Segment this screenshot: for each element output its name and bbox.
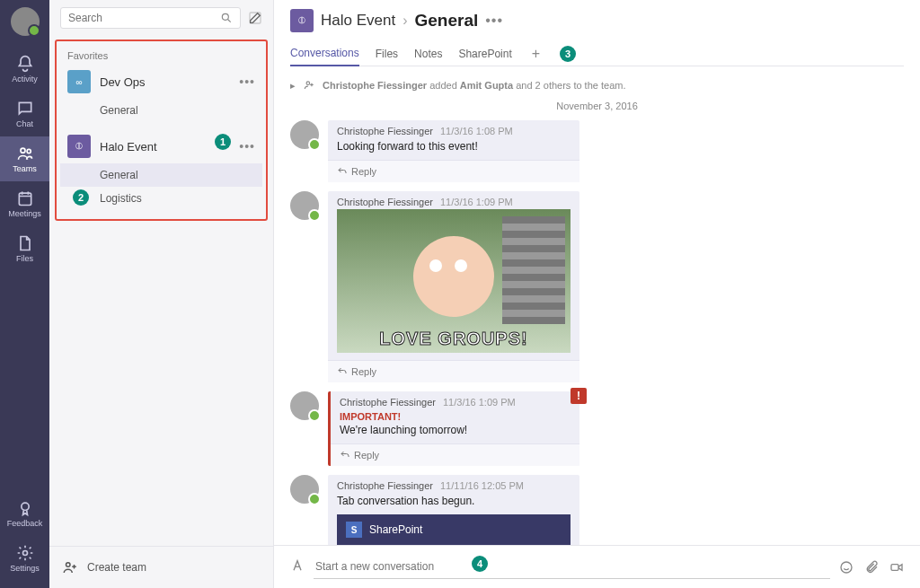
rail-files[interactable]: Files [0,226,49,271]
sharepoint-card[interactable]: S SharePoint [337,514,571,545]
message-feed[interactable]: ▸ Christophe Fiessinger added Amit Gupta… [274,66,920,545]
important-flag-icon: ! [571,388,587,404]
sys-actor: Christophe Fiessinger [323,80,427,91]
tab-files[interactable]: Files [376,42,398,66]
expand-icon[interactable]: ▸ [290,80,296,92]
team-tile-icon: ⦷ [290,9,314,32]
search-input[interactable] [68,12,220,24]
add-tab-icon[interactable]: + [528,46,544,62]
system-message: ▸ Christophe Fiessinger added Amit Gupta… [290,75,904,95]
message: Christophe Fiessinger11/3/16 1:08 PM Loo… [290,120,904,182]
tab-sharepoint[interactable]: SharePoint [458,42,511,66]
message-avatar[interactable] [290,120,319,149]
message-bubble: ! Christophe Fiessinger11/3/16 1:09 PM I… [328,391,579,466]
message-author: Christophe Fiessinger [337,480,433,491]
rail-feedback-label: Feedback [7,519,43,528]
reply-icon [340,450,350,461]
annotation-1: 1 [215,134,231,150]
message-bubble: Christophe Fiessinger11/3/16 1:09 PM LOV… [328,191,579,382]
breadcrumb-channel: General [415,11,479,31]
svg-rect-2 [19,193,31,205]
create-team-button[interactable]: Create team [49,546,273,588]
rail-feedback[interactable]: Feedback [0,491,49,536]
team-halo-event[interactable]: ⦷ Halo Event 1 ••• [60,129,262,163]
message-important: ! Christophe Fiessinger11/3/16 1:09 PM I… [290,391,904,466]
channel-more-icon[interactable]: ••• [485,13,503,29]
reply-icon [337,166,348,177]
svg-point-9 [841,562,852,573]
reply-button[interactable]: Reply [331,443,579,466]
create-team-label: Create team [87,561,146,574]
meet-now-icon[interactable] [889,560,904,575]
svg-point-4 [22,551,27,556]
favorites-label: Favorites [60,47,262,65]
channel-tabs: Conversations Files Notes SharePoint + 3 [290,41,904,66]
composer-input[interactable] [314,555,830,579]
message-avatar[interactable] [290,475,319,504]
message-author: Christophe Fiessinger [337,126,433,136]
svg-rect-10 [891,564,898,570]
rail-chat[interactable]: Chat [0,92,49,136]
breadcrumb: ⦷ Halo Event › General ••• [290,9,904,32]
rail-chat-label: Chat [16,119,33,128]
sys-target: Amit Gupta [460,80,513,91]
important-label: IMPORTANT! [331,409,579,422]
compose-icon[interactable] [248,11,262,25]
main-area: ⦷ Halo Event › General ••• Conversations… [274,0,920,588]
rail-settings[interactable]: Settings [0,536,49,581]
favorites-section: Favorites ∞ Dev Ops ••• General ⦷ Halo E… [55,39,268,221]
svg-point-8 [306,82,310,85]
team-name: Dev Ops [100,75,230,89]
message-body: Looking forward to this event! [328,138,579,160]
sharepoint-icon: S [346,522,362,538]
rail-activity[interactable]: Activity [0,47,49,92]
attachment-icon[interactable] [864,560,879,575]
rail-meetings[interactable]: Meetings [0,181,49,226]
reply-button[interactable]: Reply [328,360,579,382]
rail-activity-label: Activity [12,75,38,83]
channel-general-2[interactable]: General [60,163,262,187]
team-tile-icon: ⦷ [67,135,91,158]
message-gif[interactable]: LOVE GROUPS! [337,209,571,353]
annotation-4: 4 [472,556,488,572]
channel-header: ⦷ Halo Event › General ••• Conversations… [274,0,920,66]
message-timestamp: 11/3/16 1:08 PM [440,126,513,136]
message-avatar[interactable] [290,191,319,220]
team-more-icon[interactable]: ••• [239,139,255,154]
annotation-2: 2 [73,189,89,206]
channel-general-1[interactable]: General [60,99,262,122]
emoji-icon[interactable] [839,560,854,575]
rail-files-label: Files [16,254,33,263]
date-divider: November 3, 2016 [290,101,904,111]
svg-point-1 [27,149,31,153]
team-more-icon[interactable]: ••• [239,75,255,89]
message: Christophe Fiessinger11/3/16 1:09 PM LOV… [290,191,904,382]
svg-point-0 [21,148,25,153]
svg-point-5 [222,13,228,20]
format-icon[interactable] [290,558,305,576]
tab-notes[interactable]: Notes [414,42,442,66]
rail-teams-label: Teams [13,164,37,173]
team-dev-ops[interactable]: ∞ Dev Ops ••• [60,65,262,99]
message: Christophe Fiessinger11/11/16 12:05 PM T… [290,475,904,545]
message-timestamp: 11/3/16 1:09 PM [440,197,513,207]
team-name: Halo Event [100,140,230,154]
tab-conversations[interactable]: Conversations [290,41,359,66]
chevron-right-icon: › [402,13,407,29]
reply-button[interactable]: Reply [328,160,579,182]
people-add-icon [303,79,315,92]
breadcrumb-team[interactable]: Halo Event [321,12,395,30]
svg-point-7 [66,563,71,567]
search-box[interactable] [60,7,241,29]
message-bubble: Christophe Fiessinger11/3/16 1:08 PM Loo… [328,120,579,182]
message-avatar[interactable] [290,391,319,420]
gif-caption: LOVE GROUPS! [379,329,527,349]
svg-point-3 [21,503,28,510]
channel-label: Logistics [100,192,142,205]
rail-settings-label: Settings [10,564,40,573]
channel-logistics[interactable]: 2 Logistics [60,187,262,210]
rail-teams[interactable]: Teams [0,136,49,181]
annotation-3: 3 [560,46,576,62]
message-timestamp: 11/11/16 12:05 PM [440,480,524,491]
user-avatar[interactable] [11,7,40,36]
